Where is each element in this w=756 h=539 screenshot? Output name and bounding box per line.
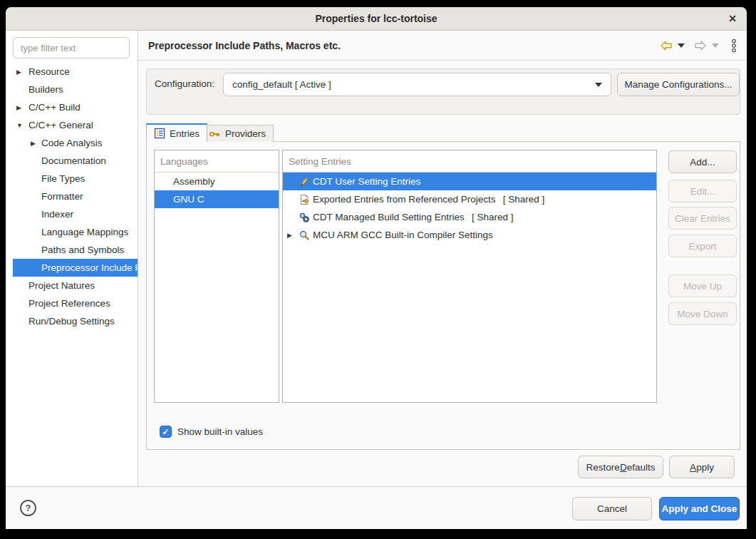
export-button[interactable]: Export bbox=[668, 235, 737, 257]
expander-collapsed-icon[interactable]: ▶ bbox=[31, 140, 36, 147]
entry-cdt-managed-build[interactable]: CDT Managed Build Setting Entries [ Shar… bbox=[283, 208, 656, 226]
language-item-gnu-c[interactable]: GNU C bbox=[155, 190, 279, 208]
sidebar-item-preprocessor-include[interactable]: Preprocessor Include Paths, Macros etc. bbox=[13, 259, 138, 277]
add-button[interactable]: Add... bbox=[668, 150, 737, 173]
tab-entries[interactable]: Entries bbox=[146, 123, 207, 142]
sidebar-item-run-debug-settings[interactable]: Run/Debug Settings bbox=[6, 312, 138, 330]
sidebar-item-indexer[interactable]: Indexer bbox=[6, 205, 138, 223]
help-icon[interactable]: ? bbox=[20, 500, 36, 516]
properties-dialog: Properties for lcc-tortoise ✕ ▶ Resource… bbox=[6, 7, 747, 529]
entry-cdt-user-setting[interactable]: CDT User Setting Entries bbox=[283, 173, 656, 190]
key-icon bbox=[209, 129, 221, 139]
back-history-dropdown-icon[interactable] bbox=[678, 43, 685, 48]
sidebar-item-resource[interactable]: ▶ Resource bbox=[6, 63, 138, 81]
page-header: Preprocessor Include Paths, Macros etc. bbox=[138, 31, 747, 61]
sidebar-item-project-natures[interactable]: Project Natures bbox=[6, 277, 138, 294]
configuration-panel: Configuration: config_default [ Active ]… bbox=[146, 68, 740, 115]
page-title: Preprocessor Include Paths, Macros etc. bbox=[148, 40, 341, 51]
magnifier-icon bbox=[299, 230, 310, 241]
languages-list: Languages Assembly GNU C bbox=[154, 150, 279, 403]
edit-button[interactable]: Edit... bbox=[668, 180, 737, 202]
forward-arrow-icon[interactable] bbox=[694, 40, 707, 51]
sidebar-item-builders[interactable]: Builders bbox=[6, 81, 138, 98]
entries-tab-panel: Languages Assembly GNU C Setting Entries bbox=[146, 141, 740, 450]
languages-header: Languages bbox=[155, 150, 279, 173]
cancel-button[interactable]: Cancel bbox=[572, 497, 652, 520]
entry-mcu-arm-gcc[interactable]: ▶ MCU ARM GCC Built-in Compiler Settings bbox=[283, 226, 656, 244]
sidebar-item-file-types[interactable]: File Types bbox=[6, 170, 138, 188]
dialog-body: ▶ Resource Builders ▶ C/C++ Build ▼ C/C+… bbox=[6, 31, 747, 486]
manage-configurations-button[interactable]: Manage Configurations... bbox=[617, 73, 740, 96]
expander-expanded-icon[interactable]: ▼ bbox=[16, 122, 23, 129]
entries-list-icon bbox=[154, 128, 165, 139]
sidebar-item-language-mappings[interactable]: Language Mappings bbox=[6, 223, 138, 241]
expander-collapsed-icon[interactable]: ▶ bbox=[16, 104, 21, 111]
language-item-assembly[interactable]: Assembly bbox=[155, 173, 279, 190]
setting-entries-list: Setting Entries CDT User Setting Entries bbox=[282, 150, 657, 403]
main-content: Preprocessor Include Paths, Macros etc. bbox=[138, 31, 747, 486]
expander-collapsed-icon[interactable]: ▶ bbox=[287, 232, 292, 239]
sidebar-item-paths-and-symbols[interactable]: Paths and Symbols bbox=[6, 241, 138, 259]
configuration-value: config_default [ Active ] bbox=[232, 79, 331, 90]
tab-entries-label: Entries bbox=[170, 128, 200, 139]
sidebar-item-cpp-general[interactable]: ▼ C/C++ General bbox=[6, 116, 138, 134]
shared-badge: [ Shared ] bbox=[503, 194, 545, 205]
dialog-footer: ? Cancel Apply and Close bbox=[6, 486, 747, 529]
configuration-label: Configuration: bbox=[155, 78, 214, 89]
configuration-select[interactable]: config_default [ Active ] bbox=[223, 73, 611, 96]
forward-history-dropdown-icon[interactable] bbox=[712, 43, 719, 48]
view-menu-icon[interactable] bbox=[731, 38, 737, 53]
sidebar-item-documentation[interactable]: Documentation bbox=[6, 152, 138, 170]
clear-entries-button[interactable]: Clear Entries bbox=[668, 207, 737, 230]
apply-button[interactable]: Apply bbox=[669, 456, 735, 478]
chevron-down-icon bbox=[595, 83, 602, 87]
document-export-icon bbox=[299, 194, 310, 205]
tab-providers[interactable]: Providers bbox=[201, 125, 274, 142]
sidebar-item-code-analysis[interactable]: ▶ Code Analysis bbox=[6, 134, 138, 152]
expander-collapsed-icon[interactable]: ▶ bbox=[16, 68, 21, 76]
sidebar-item-project-references[interactable]: Project References bbox=[6, 294, 138, 312]
quill-pen-icon bbox=[299, 176, 310, 188]
show-builtin-checkbox-row[interactable]: ✓ Show built-in values bbox=[160, 426, 263, 438]
sidebar-item-cpp-build[interactable]: ▶ C/C++ Build bbox=[6, 98, 138, 116]
gears-icon bbox=[299, 212, 310, 223]
window-title: Properties for lcc-tortoise bbox=[315, 13, 437, 24]
setting-entries-header: Setting Entries bbox=[283, 150, 656, 173]
settings-tree: ▶ Resource Builders ▶ C/C++ Build ▼ C/C+… bbox=[6, 63, 138, 330]
back-arrow-icon[interactable] bbox=[660, 40, 673, 51]
titlebar[interactable]: Properties for lcc-tortoise ✕ bbox=[6, 7, 747, 31]
sidebar: ▶ Resource Builders ▶ C/C++ Build ▼ C/C+… bbox=[6, 31, 138, 486]
sidebar-item-formatter[interactable]: Formatter bbox=[6, 188, 138, 205]
close-icon[interactable]: ✕ bbox=[728, 7, 737, 30]
move-up-button[interactable]: Move Up bbox=[668, 274, 737, 297]
shared-badge: [ Shared ] bbox=[472, 212, 514, 222]
tab-providers-label: Providers bbox=[225, 128, 266, 139]
restore-defaults-button[interactable]: Restore Defaults bbox=[578, 456, 663, 478]
checkbox-checked-icon[interactable]: ✓ bbox=[160, 426, 172, 438]
apply-and-close-button[interactable]: Apply and Close bbox=[659, 497, 740, 520]
move-down-button[interactable]: Move Down bbox=[668, 302, 737, 325]
entry-exported-entries[interactable]: Exported Entries from Referenced Project… bbox=[283, 190, 656, 208]
checkmark-icon: ✓ bbox=[162, 427, 169, 437]
filter-input[interactable] bbox=[13, 37, 130, 58]
history-nav bbox=[660, 38, 737, 53]
show-builtin-label: Show built-in values bbox=[177, 426, 263, 437]
